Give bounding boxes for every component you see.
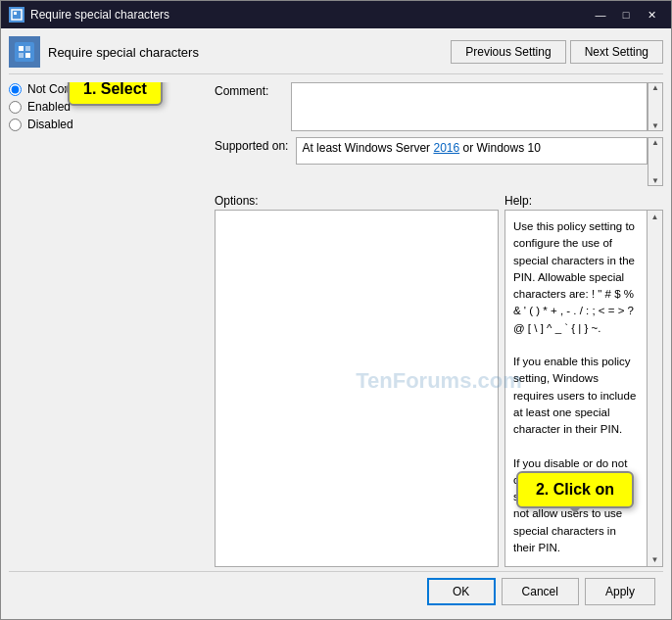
scroll-down-arrow: ▼ — [651, 121, 659, 130]
help-paragraph-2: If you enable this policy setting, Windo… — [513, 354, 639, 438]
options-box — [215, 210, 499, 567]
svg-rect-3 — [19, 46, 24, 51]
supported-scrollbar: ▲ ▼ — [648, 137, 663, 186]
header-left: Require special characters — [9, 36, 199, 68]
click-callout: 2. Click on — [516, 471, 634, 508]
select-callout: 1. Select — [68, 82, 163, 106]
svg-rect-6 — [25, 53, 30, 58]
supported-on-row: Supported on: At least Windows Server 20… — [215, 137, 663, 186]
svg-rect-5 — [19, 53, 24, 58]
bottom-panels: TenForums.com Options: Help: Use this po… — [215, 194, 663, 567]
close-button[interactable]: ✕ — [640, 6, 663, 24]
next-setting-button[interactable]: Next Setting — [570, 40, 663, 64]
header-bar: Require special characters Previous Sett… — [9, 36, 663, 74]
help-label: Help: — [504, 194, 663, 208]
dialog-title: Require special characters — [48, 45, 199, 60]
help-scroll-down: ▼ — [651, 555, 659, 564]
supported-box-wrapper: At least Windows Server 2016 or Windows … — [296, 137, 663, 186]
enabled-label: Enabled — [27, 100, 71, 114]
radio-group: Not Configured Enabled Disabled 1. Selec… — [9, 82, 207, 131]
cancel-button[interactable]: Cancel — [502, 578, 579, 605]
scroll-up-arrow: ▲ — [651, 83, 659, 92]
disabled-option[interactable]: Disabled — [9, 118, 207, 131]
nav-buttons: Previous Setting Next Setting — [451, 40, 663, 64]
disabled-label: Disabled — [27, 118, 73, 131]
comment-label: Comment: — [215, 82, 283, 98]
svg-rect-2 — [15, 42, 34, 62]
windows-server-link[interactable]: 2016 — [433, 141, 459, 155]
comment-row: Comment: ▲ ▼ — [215, 82, 663, 131]
supported-on-value: At least Windows Server 2016 or Windows … — [296, 137, 648, 165]
header-icon — [9, 36, 40, 68]
comment-scrollbar: ▲ ▼ — [648, 82, 663, 131]
left-panel: Not Configured Enabled Disabled 1. Selec… — [9, 82, 215, 567]
options-label: Options: — [215, 194, 499, 208]
minimize-button[interactable]: — — [589, 6, 612, 24]
main-window: Require special characters — □ ✕ Require… — [0, 0, 672, 620]
apply-button[interactable]: Apply — [585, 578, 655, 605]
svg-rect-4 — [25, 46, 30, 51]
supported-scroll-up: ▲ — [651, 138, 659, 147]
maximize-button[interactable]: □ — [614, 6, 638, 24]
help-scroll-up: ▲ — [651, 213, 659, 221]
comment-textarea[interactable] — [291, 82, 648, 131]
main-area: Not Configured Enabled Disabled 1. Selec… — [9, 82, 663, 567]
help-box-wrapper: Use this policy setting to configure the… — [504, 210, 663, 567]
help-scrollbar: ▲ ▼ — [647, 211, 662, 566]
window-controls: — □ ✕ — [589, 6, 663, 24]
disabled-radio[interactable] — [9, 119, 22, 131]
supported-scroll-down: ▼ — [651, 176, 659, 185]
previous-setting-button[interactable]: Previous Setting — [451, 40, 565, 64]
help-panel: Help: Use this policy setting to configu… — [504, 194, 663, 567]
title-bar: Require special characters — □ ✕ — [1, 1, 671, 28]
enabled-radio[interactable] — [9, 101, 22, 114]
not-configured-radio[interactable] — [9, 83, 22, 96]
ok-button[interactable]: OK — [427, 578, 496, 605]
help-paragraph-1: Use this policy setting to configure the… — [513, 218, 639, 337]
supported-on-label: Supported on: — [215, 137, 288, 153]
dialog-content: Require special characters Previous Sett… — [1, 28, 671, 619]
window-icon — [9, 7, 24, 23]
right-panel: Comment: ▲ ▼ Supported on: At least Wind… — [215, 82, 663, 567]
options-panel: Options: — [215, 194, 499, 567]
svg-rect-1 — [14, 12, 17, 15]
footer: OK Cancel Apply — [9, 571, 663, 611]
window-title: Require special characters — [30, 8, 589, 22]
